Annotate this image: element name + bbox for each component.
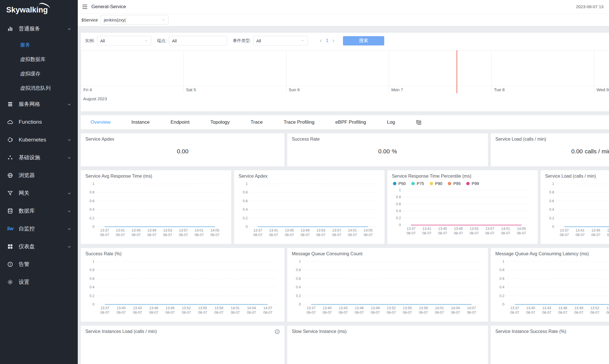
alert-icon (7, 261, 14, 268)
timeline-day-column[interactable]: Tue 8 (491, 51, 594, 93)
filter-bar: 实例: All 端点: All 事件类型: All (81, 35, 609, 46)
tab-endpoint[interactable]: Endpoint (170, 119, 189, 125)
svg-text:08-07: 08-07 (214, 311, 223, 315)
chart-card-success-rate: Success Rate (%)10.80.60.40.2013:3708-07… (81, 248, 284, 322)
svg-text:0.2: 0.2 (90, 216, 94, 220)
tab-trace[interactable]: Trace (250, 119, 263, 125)
metric-card-service-apdex: Service Apdex0.00 (81, 133, 284, 166)
svg-text:08-07: 08-07 (526, 311, 535, 315)
event-panel: 实例: All 端点: All 事件类型: All (81, 33, 609, 111)
legend-item-p75[interactable]: P75 (411, 181, 424, 186)
time-range-display[interactable]: 2023-08-07 13 (576, 4, 604, 9)
chevron-down-icon (161, 18, 165, 22)
sidebar-item-service[interactable]: 服务 (0, 38, 78, 52)
line-chart: 10.80.60.40.2013:3708-0713:4008-0713:430… (292, 259, 483, 316)
sidebar-item-virtual-cache[interactable]: 虚拟缓存 (0, 66, 78, 81)
sidebar-item-settings[interactable]: 设置 (0, 273, 78, 291)
svg-text:0.6: 0.6 (296, 277, 301, 281)
gateway-icon (7, 190, 14, 197)
metric-card-title: Service Load (calls / min) (495, 137, 609, 142)
svg-text:13:49: 13:49 (607, 228, 609, 232)
svg-text:08-07: 08-07 (438, 231, 447, 235)
chart-title: Service Apdex (239, 174, 380, 179)
sidebar-item-service-mesh[interactable]: 服务网格 (0, 95, 78, 113)
tab-trace-profiling[interactable]: Trace Profiling (284, 119, 314, 125)
legend-dot (448, 182, 451, 185)
chart-card-service-response-time-percentile-ms: Service Response Time Percentile (ms)P50… (387, 170, 538, 244)
chart-title: Service Instances Load (calls / min) (85, 329, 157, 334)
svg-text:08-07: 08-07 (195, 233, 204, 237)
sidebar-item-general-service[interactable]: 普通服务 (0, 20, 78, 38)
svg-text:13:37: 13:37 (407, 227, 415, 231)
svg-text:08-07: 08-07 (422, 231, 431, 235)
legend-item-p90[interactable]: P90 (430, 181, 442, 186)
sidebar-item-dashboards[interactable]: 仪表盘 (0, 237, 78, 255)
legend-item-p95[interactable]: P95 (448, 181, 461, 186)
prev-page-button[interactable]: ‹ (318, 38, 324, 44)
sidebar-item-label: 设置 (19, 278, 29, 286)
timeline-day-column[interactable]: Mon 7 (389, 51, 491, 93)
sidebar-item-browser[interactable]: 浏览器 (0, 166, 78, 184)
timeline-day-column[interactable]: Fri 4 (81, 51, 183, 93)
svg-text:1: 1 (399, 188, 401, 192)
timeline-day-column[interactable]: Sat 5 (183, 51, 286, 93)
svg-text:14:04: 14:04 (451, 306, 460, 310)
tab-instance[interactable]: Instance (131, 119, 150, 125)
svg-text:08-07: 08-07 (301, 233, 310, 237)
chart-card-service-instances-load-calls-min: Service Instances Load (calls / min) (81, 326, 284, 364)
service-selector-row: $Service jenkins|zxy| (78, 14, 609, 26)
sidebar-item-label: Functions (19, 119, 42, 125)
event-type-select-value: All (256, 38, 261, 43)
instance-filter-label: 实例: (85, 38, 95, 43)
endpoint-input[interactable]: All (169, 36, 227, 45)
tab-ebpf-profiling[interactable]: eBPF Profiling (335, 119, 366, 125)
metric-card-title: Service Apdex (85, 137, 280, 142)
svg-text:0.4: 0.4 (243, 208, 248, 212)
card-head: Service Instances Load (calls / min) (85, 329, 280, 334)
event-timeline[interactable]: Fri 4Sat 5Sun 6Mon 7Tue 8Wed 9 (81, 50, 609, 93)
chart-title: Success Rate (%) (85, 251, 280, 256)
chart-title: Service Instance Success Rate (%) (495, 329, 566, 334)
svg-text:13:45: 13:45 (132, 228, 141, 232)
metric-unit: calls / min (585, 148, 609, 154)
legend-dot (393, 182, 396, 185)
svg-text:08-07: 08-07 (407, 231, 416, 235)
timeline-day-column[interactable]: Sun 6 (286, 51, 389, 93)
svg-text:13:45: 13:45 (591, 228, 600, 232)
svg-text:08-07: 08-07 (316, 233, 325, 237)
sidebar-item-virtual-mq[interactable]: 虚拟消息队列 (0, 81, 78, 95)
svg-text:08-07: 08-07 (116, 311, 126, 315)
sidebar-item-database[interactable]: 数据库 (0, 202, 78, 220)
tab-topology[interactable]: Topology (210, 119, 230, 125)
sidebar-item-kubernetes[interactable]: Kubernetes (0, 131, 78, 149)
service-select[interactable]: jenkins|zxy| (101, 15, 169, 25)
event-type-select[interactable]: All (253, 36, 308, 45)
sidebar-item-gateway[interactable]: 网关 (0, 184, 78, 202)
svg-text:08-07: 08-07 (323, 311, 332, 315)
copy-icon[interactable] (416, 119, 422, 125)
svg-text:08-07: 08-07 (607, 233, 609, 237)
legend-item-p99[interactable]: P99 (466, 181, 479, 186)
legend-item-p50[interactable]: P50 (393, 181, 406, 186)
tab-overview[interactable]: Overview (90, 119, 111, 125)
next-page-button[interactable]: › (330, 38, 337, 44)
sidebar-item-label: 服务 (20, 42, 30, 48)
sidebar-item-alerting[interactable]: 告警 (0, 255, 78, 273)
line-chart: 10.80.60.40.2013:3708-0713:4108-0713:450… (239, 181, 380, 239)
search-button[interactable]: 搜索 (343, 36, 384, 45)
page-number[interactable]: 1 (324, 38, 330, 43)
sidebar-item-functions[interactable]: Functions (0, 113, 78, 131)
timeline-day-column[interactable]: Wed 9 (594, 51, 609, 93)
svg-text:13:52: 13:52 (590, 306, 599, 310)
instance-select[interactable]: All (97, 36, 151, 45)
sidebar-item-infrastructure[interactable]: 基础设施 (0, 149, 78, 166)
info-icon[interactable] (275, 329, 280, 334)
svg-text:0: 0 (246, 225, 248, 229)
sidebar-item-virtual-database[interactable]: 虚拟数据库 (0, 52, 78, 66)
svg-text:13:49: 13:49 (147, 228, 156, 232)
legend-label: P90 (435, 181, 442, 186)
menu-fold-icon[interactable] (82, 4, 88, 10)
tab-log[interactable]: Log (387, 119, 395, 125)
sidebar-item-self-observability[interactable]: Sw自监控 (0, 220, 78, 237)
svg-text:08-07: 08-07 (364, 233, 373, 237)
